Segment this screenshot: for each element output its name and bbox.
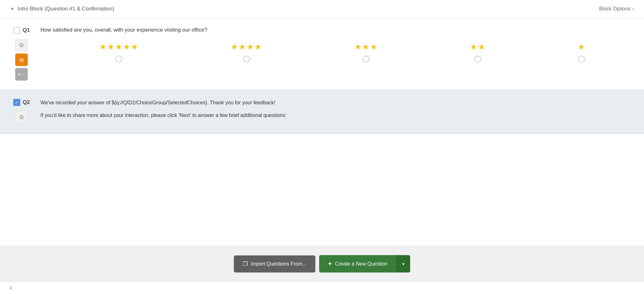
- create-question-dropdown-button[interactable]: ▾: [396, 255, 410, 273]
- q2-checkbox[interactable]: [13, 99, 20, 106]
- block-options-button[interactable]: Block Options ›: [599, 6, 634, 12]
- question-block-q2: Q2 ⚙ We've recorded your answer of ${q:/…: [0, 90, 644, 134]
- stars-4: ★★★★: [231, 42, 262, 52]
- q1-gear-icon: ⚙: [19, 42, 24, 49]
- block-collapse-icon[interactable]: ▼: [10, 6, 15, 11]
- radio-5[interactable]: [115, 56, 122, 63]
- q1-iq-label: iQ: [19, 58, 24, 62]
- q2-inner: Q2 ⚙ We've recorded your answer of ${q:/…: [0, 99, 644, 124]
- import-questions-button[interactable]: ❐ Import Questions From...: [234, 255, 316, 273]
- rating-option-3: ★★★: [354, 42, 378, 63]
- questions-area: Q1 ⚙ iQ X→ How sat: [0, 18, 644, 246]
- bottom-bar: ❐ Import Questions From... + Create a Ne…: [0, 246, 644, 281]
- block-options-chevron-icon: ›: [632, 6, 634, 12]
- q2-content: We've recorded your answer of ${q://QID2…: [34, 99, 644, 124]
- q1-skip-button[interactable]: X→: [15, 68, 28, 81]
- stars-5: ★★★★★: [99, 42, 139, 52]
- block-title-area: ▼ Intro Block (Question #1 & Confirmatio…: [10, 6, 114, 12]
- block-options-label: Block Options: [599, 6, 630, 12]
- q1-number: Q1: [23, 27, 30, 34]
- q1-inner: Q1 ⚙ iQ X→ How sat: [0, 27, 644, 81]
- q1-header: Q1: [13, 27, 30, 34]
- rating-option-2: ★★: [470, 42, 486, 63]
- q1-iq-button[interactable]: iQ: [15, 53, 28, 66]
- rating-option-1: ★: [578, 42, 586, 63]
- create-plus-icon: +: [328, 260, 332, 267]
- q2-gear-icon: ⚙: [19, 114, 24, 121]
- q1-checkbox[interactable]: [13, 27, 20, 34]
- import-label: Import Questions From...: [251, 261, 307, 267]
- stars-1: ★: [578, 42, 586, 52]
- radio-1[interactable]: [578, 56, 585, 63]
- footer-bar: ∧: [0, 281, 644, 294]
- q1-skip-icon: X→: [18, 72, 25, 77]
- q2-icons: ⚙: [15, 111, 28, 124]
- create-question-group: + Create a New Question ▾: [319, 255, 410, 273]
- q2-header: Q2: [13, 99, 30, 106]
- q1-content: How satisfied are you, overall, with you…: [34, 27, 644, 65]
- rating-option-5: ★★★★★: [99, 42, 139, 63]
- q1-text: How satisfied are you, overall, with you…: [40, 27, 644, 33]
- rating-option-4: ★★★★: [231, 42, 262, 63]
- radio-2[interactable]: [474, 56, 481, 63]
- q1-icons: ⚙ iQ X→: [15, 39, 28, 81]
- q2-gear-button[interactable]: ⚙: [15, 111, 28, 124]
- q1-rating-options: ★★★★★ ★★★★ ★★★ ★★: [40, 42, 644, 63]
- block-header: ▼ Intro Block (Question #1 & Confirmatio…: [0, 0, 644, 18]
- block-title: Intro Block (Question #1 & Confirmation): [18, 6, 114, 12]
- stars-2: ★★: [470, 42, 486, 52]
- import-icon: ❐: [243, 260, 248, 267]
- main-container: ▼ Intro Block (Question #1 & Confirmatio…: [0, 0, 644, 294]
- q2-line1: We've recorded your answer of ${q://QID2…: [40, 99, 644, 107]
- create-label: Create a New Question: [335, 261, 387, 267]
- q2-left: Q2 ⚙: [9, 99, 34, 124]
- question-block-q1: Q1 ⚙ iQ X→ How sat: [0, 18, 644, 90]
- collapse-icon: ∧: [9, 285, 13, 291]
- create-dropdown-icon: ▾: [402, 261, 404, 266]
- radio-3[interactable]: [362, 56, 369, 63]
- create-question-main-button[interactable]: + Create a New Question: [319, 255, 396, 273]
- q2-line2: If you'd like to share more about your i…: [40, 112, 644, 119]
- q2-number: Q2: [23, 99, 30, 106]
- q1-left: Q1 ⚙ iQ X→: [9, 27, 34, 81]
- q1-gear-button[interactable]: ⚙: [15, 39, 28, 52]
- stars-3: ★★★: [354, 42, 378, 52]
- radio-4[interactable]: [243, 56, 250, 63]
- collapse-button[interactable]: ∧: [9, 285, 13, 291]
